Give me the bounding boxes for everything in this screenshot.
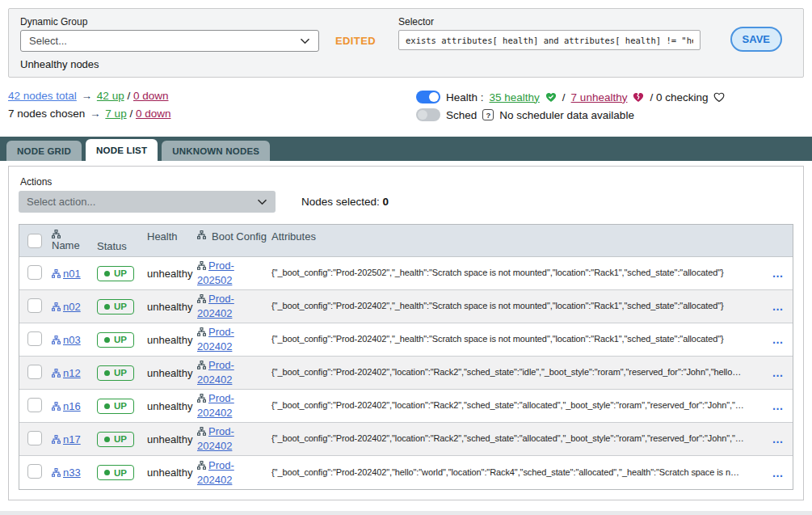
row-checkbox[interactable] [27,464,42,479]
heart-outline-icon [713,92,725,103]
nodes-chosen-label: 7 nodes chosen [8,108,85,120]
nodes-up-link[interactable]: 42 up [97,90,124,102]
summary-section: 42 nodes total → 42 up / 0 down 7 nodes … [8,90,804,126]
node-table: Name Status Health Boot Config Attribute… [19,224,793,490]
table-header-row: Name Status Health Boot Config Attribute… [19,225,793,257]
node-name-link[interactable]: n12 [63,367,81,379]
node-name-link[interactable]: n03 [63,334,81,346]
bottom-strip [0,511,812,515]
row-menu-button[interactable]: … [764,267,793,280]
status-dot-icon [104,337,110,343]
chosen-down-link[interactable]: 0 down [136,108,171,120]
table-row: n01 UP unhealthy Prod-202502 {"_boot_con… [19,257,793,290]
header-name: Name [52,239,97,251]
sitemap-icon [52,230,95,239]
chevron-down-icon [300,35,310,47]
tab-node-list[interactable]: NODE LIST [86,139,158,161]
row-checkbox[interactable] [27,298,42,313]
edited-badge: EDITED [335,35,376,47]
row-checkbox[interactable] [27,365,42,379]
chevron-down-icon [257,196,267,208]
status-dot-icon [104,403,110,409]
dynamic-group-select[interactable]: Select... [20,30,319,52]
attributes-value: {"_boot_config":"Prod-202502","_health":… [271,264,764,282]
select-all-checkbox[interactable] [27,234,42,248]
selector-input[interactable] [398,30,701,50]
table-row: n03 UP unhealthy Prod-202402 {"_boot_con… [19,323,793,357]
boot-config-icon [197,427,206,436]
status-badge: UP [97,332,134,348]
selector-section: Selector SAVE [398,16,792,70]
save-button[interactable]: SAVE [730,27,782,52]
status-badge: UP [97,299,134,314]
node-name-link[interactable]: n02 [63,301,81,313]
sched-message: No scheduler data available [499,109,634,121]
row-menu-button[interactable]: … [764,300,793,313]
attributes-value: {"_boot_config":"Prod-202402","_health":… [271,297,764,315]
node-name-link[interactable]: n17 [63,433,81,445]
node-name-link[interactable]: n01 [63,268,81,280]
nodes-selected-text: Nodes selected: 0 [301,196,389,208]
status-dot-icon [104,470,110,475]
node-list-panel: Actions Select action... Nodes selected:… [8,166,804,500]
chosen-nodes-line: 7 nodes chosen → 7 up / 0 down [8,108,416,120]
chosen-up-link[interactable]: 7 up [105,108,126,120]
nodes-total-link[interactable]: 42 nodes total [8,90,77,102]
status-dot-icon [104,370,110,376]
row-menu-button[interactable]: … [764,366,793,379]
boot-config-icon [197,294,206,303]
group-editor-panel: Dynamic Group Select... EDITED Unhealthy… [8,8,804,78]
health-sched-toggles: Health : 35 healthy / 7 unhealthy / 0 ch… [416,90,725,126]
row-menu-button[interactable]: … [764,333,793,346]
health-value: unhealthy [147,334,197,346]
status-dot-icon [104,304,110,310]
health-value: unhealthy [147,466,197,479]
health-value: unhealthy [147,268,197,280]
health-value: unhealthy [147,433,197,445]
status-badge: UP [97,465,134,480]
row-menu-button[interactable]: … [764,466,793,479]
node-counts: 42 nodes total → 42 up / 0 down 7 nodes … [8,90,416,126]
row-checkbox[interactable] [27,265,42,280]
header-status: Status [97,225,147,256]
row-checkbox[interactable] [27,331,42,346]
sched-toggle[interactable] [416,108,440,121]
dynamic-group-label: Dynamic Group [20,16,398,27]
status-badge: UP [97,432,134,447]
row-menu-button[interactable]: … [764,399,793,412]
healthy-count-link[interactable]: 35 healthy [490,91,540,103]
tab-node-grid[interactable]: NODE GRID [6,141,82,161]
row-checkbox[interactable] [27,398,42,412]
sched-line: Sched ? No scheduler data available [416,108,725,121]
dynamic-group-select-value: Select... [29,35,67,47]
row-menu-button[interactable]: … [764,433,793,445]
heart-check-icon [545,92,557,103]
separator: / [562,91,566,103]
status-badge: UP [97,365,134,381]
node-icon [52,369,61,378]
unhealthy-count-link[interactable]: 7 unhealthy [571,91,628,103]
selector-label: Selector [398,16,701,27]
table-row: n16 UP unhealthy Prod-202402 {"_boot_con… [19,390,793,423]
arrow-icon: → [80,90,95,102]
nodes-down-link[interactable]: 0 down [133,90,169,102]
boot-config-icon [197,327,206,336]
dynamic-group-section: Dynamic Group Select... EDITED Unhealthy… [20,16,398,70]
attributes-value: {"_boot_config":"Prod-202402","_health":… [271,330,764,348]
checking-count-text: / 0 checking [650,91,708,103]
row-checkbox[interactable] [27,431,42,445]
node-name-link[interactable]: n16 [63,400,81,412]
table-body: n01 UP unhealthy Prod-202502 {"_boot_con… [19,257,793,489]
sched-label: Sched [446,109,477,121]
action-select[interactable]: Select action... [19,191,276,213]
attributes-value: {"_boot_config":"Prod-202402","hello":"w… [271,463,764,482]
boot-config-icon [197,461,206,470]
health-toggle[interactable] [416,91,440,103]
node-icon [52,269,61,278]
attributes-value: {"_boot_config":"Prod-202402","location"… [271,429,764,448]
group-name-text: Unhealthy nodes [20,58,398,70]
node-icon [52,435,61,444]
tab-unknown-nodes[interactable]: UNKNOWN NODES [162,141,270,161]
action-select-value: Select action... [27,196,95,208]
node-name-link[interactable]: n33 [63,466,81,479]
